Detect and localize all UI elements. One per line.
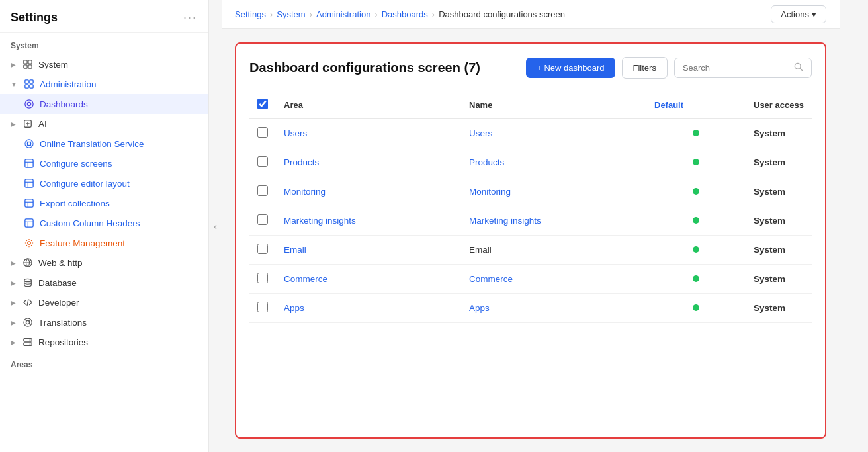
col-header-name: Name — [461, 92, 646, 118]
row-checkbox-4[interactable] — [257, 244, 268, 254]
panel-header: Dashboard configurations screen (7) + Ne… — [249, 57, 812, 79]
sidebar-item-online-translation[interactable]: Online Translation Service — [0, 134, 208, 154]
breadcrumb-sep-4: › — [432, 9, 435, 19]
row-checkbox-1[interactable] — [257, 156, 268, 167]
sidebar-item-web-http[interactable]: ▶ Web & http — [0, 253, 208, 273]
sidebar-item-label: Dashboards — [40, 99, 88, 109]
svg-rect-2 — [24, 65, 27, 68]
table-row: ProductsProductsSystem — [249, 148, 812, 177]
breadcrumb-sep-3: › — [374, 9, 377, 19]
actions-button[interactable]: Actions ▾ — [771, 5, 826, 23]
breadcrumb-sep-1: › — [270, 9, 273, 19]
cell-area[interactable]: Products — [276, 148, 461, 177]
cell-area[interactable]: Commerce — [276, 265, 461, 294]
sidebar-item-label: Web & http — [38, 258, 83, 268]
chevron-right-icon: ▶ — [11, 61, 16, 68]
sidebar-item-custom-column-headers[interactable]: Custom Column Headers — [0, 213, 208, 233]
actions-chevron-icon: ▾ — [812, 9, 816, 19]
cell-name[interactable]: Apps — [461, 294, 646, 323]
sidebar-item-system[interactable]: ▶ System — [0, 54, 208, 74]
cell-user-access: System — [746, 148, 812, 177]
breadcrumb: Settings › System › Administration › Das… — [235, 9, 565, 19]
svg-rect-3 — [28, 65, 32, 68]
search-icon — [794, 62, 803, 73]
chevron-right-icon4: ▶ — [11, 299, 16, 306]
svg-rect-7 — [30, 85, 33, 88]
sidebar-item-administration[interactable]: ▼ Administration — [0, 74, 208, 94]
table-row: AppsAppsSystem — [249, 294, 812, 323]
svg-point-19 — [24, 279, 32, 281]
cell-area[interactable]: Users — [276, 118, 461, 148]
svg-rect-14 — [25, 179, 33, 187]
sidebar-item-label: Configure editor layout — [40, 179, 130, 189]
sidebar-item-translations[interactable]: ▶ Translations — [0, 312, 208, 332]
default-dot-icon — [693, 304, 699, 311]
default-dot-icon — [693, 275, 699, 282]
server-icon — [22, 337, 33, 347]
table-row: MonitoringMonitoringSystem — [249, 177, 812, 206]
sidebar-item-label: Repositories — [38, 338, 88, 347]
cell-default — [646, 265, 746, 294]
default-dot-icon — [693, 217, 699, 224]
sidebar-item-database[interactable]: ▶ Database — [0, 273, 208, 293]
layout-editor-icon — [24, 178, 34, 189]
col-header-area: Area — [276, 92, 461, 118]
section-label-areas: Areas — [0, 352, 208, 373]
sidebar-item-repositories[interactable]: ▶ Repositories — [0, 332, 208, 352]
sidebar-item-developer[interactable]: ▶ Developer — [0, 293, 208, 312]
sidebar-collapse-button[interactable]: ‹ — [208, 0, 222, 452]
code-icon — [22, 297, 33, 308]
svg-rect-0 — [24, 60, 27, 64]
cell-default — [646, 294, 746, 323]
cell-name[interactable]: Marketing insights — [461, 206, 646, 236]
sidebar-item-configure-screens[interactable]: Configure screens — [0, 154, 208, 173]
cell-name[interactable]: Email — [461, 236, 646, 265]
cell-area[interactable]: Email — [276, 236, 461, 265]
sidebar-menu-icon[interactable]: ··· — [183, 11, 197, 24]
gear-icon — [24, 238, 34, 248]
search-input[interactable] — [683, 63, 789, 73]
database-icon — [22, 277, 33, 288]
row-checkbox-2[interactable] — [257, 185, 268, 196]
default-dot-icon — [693, 188, 699, 195]
breadcrumb-settings[interactable]: Settings — [235, 9, 266, 19]
cell-name[interactable]: Users — [461, 118, 646, 148]
cell-area[interactable]: Marketing insights — [276, 206, 461, 236]
new-dashboard-button[interactable]: + New dashboard — [526, 58, 615, 78]
sidebar-item-ai[interactable]: ▶ AI — [0, 114, 208, 134]
row-checkbox-6[interactable] — [257, 302, 268, 312]
cell-area[interactable]: Apps — [276, 294, 461, 323]
row-checkbox-5[interactable] — [257, 273, 268, 283]
breadcrumb-system[interactable]: System — [277, 9, 305, 19]
breadcrumb-dashboards[interactable]: Dashboards — [382, 9, 428, 19]
sidebar-item-feature-management[interactable]: Feature Management — [0, 233, 208, 253]
cell-name[interactable]: Monitoring — [461, 177, 646, 206]
sidebar-item-label: Translations — [38, 318, 87, 328]
cell-default — [646, 206, 746, 236]
filters-label: Filters — [633, 63, 656, 73]
sidebar-item-dashboards[interactable]: Dashboards ➔ — [0, 94, 208, 114]
svg-rect-13 — [25, 159, 33, 167]
svg-point-9 — [27, 102, 30, 105]
cell-area[interactable]: Monitoring — [276, 177, 461, 206]
cell-default — [646, 118, 746, 148]
ai-icon — [22, 118, 33, 129]
dashboards-icon — [24, 99, 34, 109]
search-box[interactable] — [674, 58, 812, 78]
filters-button[interactable]: Filters — [622, 57, 668, 79]
cell-user-access: System — [746, 265, 812, 294]
chevron-right-icon2: ▶ — [11, 259, 16, 267]
default-dot-icon — [693, 159, 699, 165]
breadcrumb-administration[interactable]: Administration — [316, 9, 370, 19]
sidebar-item-export-collections[interactable]: Export collections — [0, 193, 208, 213]
row-checkbox-0[interactable] — [257, 127, 268, 138]
sidebar-item-label: Feature Management — [40, 238, 125, 248]
select-all-checkbox[interactable] — [257, 99, 268, 109]
cell-name[interactable]: Commerce — [461, 265, 646, 294]
row-checkbox-3[interactable] — [257, 214, 268, 225]
cell-user-access: System — [746, 118, 812, 148]
cell-name[interactable]: Products — [461, 148, 646, 177]
svg-rect-4 — [25, 80, 28, 83]
svg-rect-15 — [25, 199, 33, 207]
sidebar-item-configure-editor[interactable]: Configure editor layout — [0, 173, 208, 193]
